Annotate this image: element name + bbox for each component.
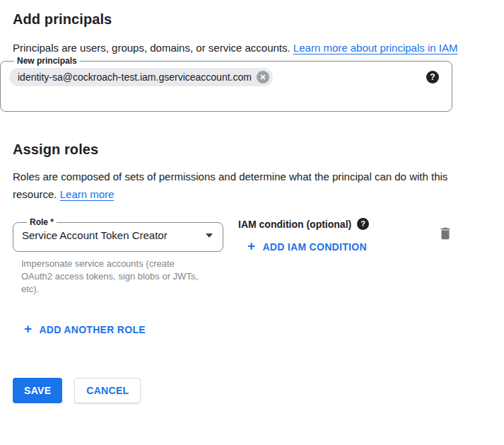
learn-more-principals-link[interactable]: Learn more about principals in IAM [293, 42, 458, 54]
roles-description: Roles are composed of sets of permission… [13, 168, 469, 203]
learn-more-roles-link[interactable]: Learn more [60, 188, 115, 200]
add-iam-condition-button[interactable]: + ADD IAM CONDITION [247, 240, 367, 253]
principal-chip-label: identity-sa@cockroach-test.iam.gservicea… [18, 71, 252, 83]
delete-role-button[interactable] [438, 226, 453, 243]
principal-chip[interactable]: identity-sa@cockroach-test.iam.gservicea… [9, 68, 273, 86]
assign-roles-title: Assign roles [13, 140, 504, 158]
add-another-role-label: ADD ANOTHER ROLE [39, 324, 146, 335]
role-selected-value: Service Account Token Creator [22, 229, 168, 241]
role-value-row: Service Account Token Creator [22, 229, 214, 241]
add-another-role-button[interactable]: + ADD ANOTHER ROLE [24, 323, 146, 336]
iam-condition-column: IAM condition (optional) ? + ADD IAM CON… [238, 218, 369, 254]
principals-help-icon[interactable]: ? [426, 71, 439, 83]
role-label-text: Role * [30, 217, 54, 227]
chevron-down-icon [206, 233, 213, 238]
dialog-actions: SAVE CANCEL [13, 378, 504, 403]
role-entry-row: Role * Service Account Token Creator Imp… [13, 218, 504, 296]
new-principals-row: identity-sa@cockroach-test.iam.gservicea… [9, 65, 443, 86]
save-button[interactable]: SAVE [13, 378, 62, 403]
role-select[interactable]: Role * Service Account Token Creator [13, 218, 223, 252]
role-label: Role * [27, 218, 57, 226]
role-column: Role * Service Account Token Creator Imp… [13, 218, 223, 296]
cancel-button[interactable]: CANCEL [74, 378, 141, 403]
new-principals-label: New principals [14, 57, 80, 65]
principals-description-text: Principals are users, groups, domains, o… [13, 42, 291, 54]
new-principals-label-text: New principals [17, 56, 77, 66]
role-description-text: Impersonate service accounts (create OAu… [21, 258, 198, 296]
iam-condition-label: IAM condition (optional) [238, 219, 351, 230]
trash-icon [438, 233, 453, 243]
plus-icon: + [24, 322, 32, 335]
chip-remove-icon[interactable]: ✕ [257, 71, 269, 83]
new-principals-field[interactable]: New principals identity-sa@cockroach-tes… [0, 57, 452, 112]
iam-condition-help-icon[interactable]: ? [357, 218, 369, 230]
iam-condition-label-row: IAM condition (optional) ? [238, 218, 369, 230]
page-title: Add principals [13, 0, 504, 28]
plus-icon: + [247, 239, 255, 253]
principals-description: Principals are users, groups, domains, o… [13, 39, 469, 57]
add-iam-condition-label: ADD IAM CONDITION [262, 241, 366, 253]
